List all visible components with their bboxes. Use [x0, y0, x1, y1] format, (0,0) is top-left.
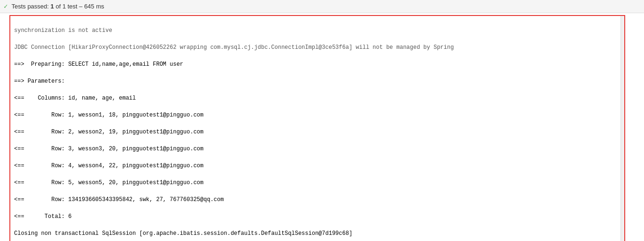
check-icon: ✓: [4, 2, 8, 10]
log-line: ==> Preparing: SELECT id,name,age,email …: [14, 60, 621, 69]
log-line: <== Columns: id, name, age, email: [14, 94, 621, 102]
test-of-label: of 1 test: [55, 3, 77, 10]
console-output-panel: synchronization is not active JDBC Conne…: [9, 15, 625, 241]
log-line: JDBC Connection [HikariProxyConnection@4…: [14, 43, 621, 52]
log-line: <== Row: 1, wesson1, 18, pingguotest1@pi…: [14, 111, 621, 119]
scrollbar[interactable]: [621, 16, 624, 241]
test-result-label: Tests passed: 1 of 1 test – 645 ms: [11, 3, 104, 10]
top-bar: ✓ Tests passed: 1 of 1 test – 645 ms: [0, 0, 644, 13]
log-line: <== Row: 2, wesson2, 19, pingguotest1@pi…: [14, 128, 621, 136]
log-line: Closing non transactional SqlSession [or…: [14, 229, 621, 238]
log-line: ==> Parameters:: [14, 77, 621, 86]
log-line: <== Row: 1341936605343395842, swk, 27, 7…: [14, 195, 621, 204]
test-duration: 645 ms: [84, 3, 104, 10]
log-line: <== Row: 4, wesson4, 22, pingguotest1@pi…: [14, 162, 621, 170]
tests-passed-label: Tests passed:: [11, 3, 49, 10]
log-line: <== Row: 5, wesson5, 20, pingguotest1@pi…: [14, 179, 621, 187]
test-count: 1: [51, 3, 54, 10]
log-line: synchronization is not active: [14, 26, 621, 35]
console-text: synchronization is not active JDBC Conne…: [10, 16, 624, 241]
log-line: <== Row: 3, wesson3, 20, pingguotest1@pi…: [14, 145, 621, 153]
log-line: <== Total: 6: [14, 212, 621, 221]
